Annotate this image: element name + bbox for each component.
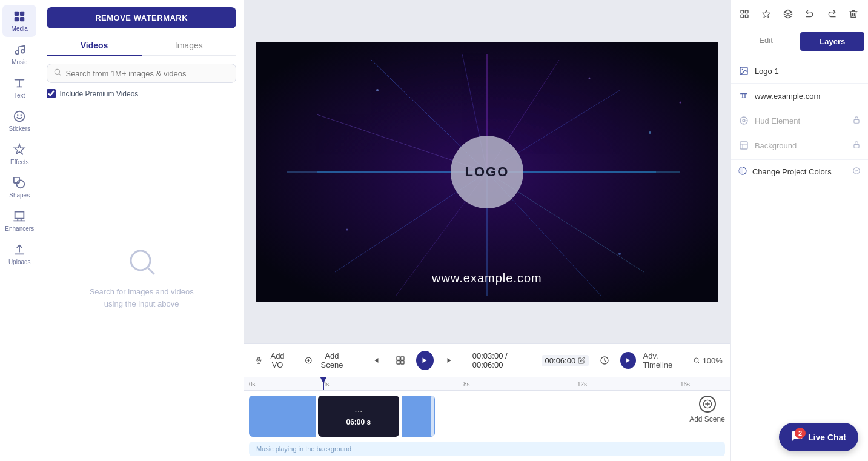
live-chat-button[interactable]: 2 Live Chat	[779, 423, 858, 451]
grid-view-button[interactable]	[735, 5, 754, 23]
right-panel-toolbar	[731, 0, 868, 28]
add-vo-label: Add VO	[265, 351, 290, 370]
add-scene-circle-icon	[699, 396, 716, 413]
mic-icon	[255, 356, 263, 365]
remove-watermark-button[interactable]: REMOVE WATERMARK	[47, 7, 236, 28]
empty-search-state: Search for images and videosusing the in…	[47, 103, 236, 454]
layer-hud-lock-icon	[852, 116, 861, 126]
layer-image-icon	[738, 65, 750, 77]
scene-view-icon	[396, 356, 405, 365]
sidebar-item-uploads[interactable]: Uploads	[2, 238, 36, 270]
svg-rect-39	[397, 361, 400, 364]
redo-icon	[827, 9, 837, 19]
sidebar-item-shapes[interactable]: Shapes	[2, 171, 36, 204]
tab-images[interactable]: Images	[142, 36, 236, 56]
layer-item-background[interactable]: Background	[731, 134, 868, 156]
layer-logo1-label: Logo 1	[755, 67, 861, 76]
svg-rect-53	[740, 142, 747, 149]
svg-rect-1	[20, 12, 24, 16]
sidebar-item-enhancers-label: Enhancers	[5, 225, 34, 232]
grid-icon	[740, 9, 749, 19]
delete-button[interactable]	[844, 5, 863, 23]
search-icon	[53, 68, 62, 79]
effects-icon	[13, 143, 26, 156]
segment-time-label: 06:00 s	[346, 418, 371, 426]
music-icon	[13, 43, 26, 56]
svg-rect-3	[20, 17, 24, 21]
duration-display[interactable]: 00:06:00	[542, 355, 589, 366]
clock-button[interactable]	[596, 353, 613, 368]
sidebar-item-enhancers[interactable]: Enhancers	[2, 205, 36, 237]
layer-item-logo1[interactable]: Logo 1	[731, 60, 868, 82]
add-scene-header-label: Add Scene	[314, 351, 349, 370]
current-time: 00:03:00	[472, 351, 503, 360]
include-premium-label: Include Premium Videos	[59, 90, 138, 98]
svg-rect-52	[854, 119, 859, 123]
svg-point-32	[346, 228, 348, 230]
tab-layers[interactable]: Layers	[800, 32, 864, 51]
color-swatch-icon	[738, 166, 747, 177]
preview-play-button[interactable]	[620, 352, 635, 369]
adv-timeline-button[interactable]: Adv. Timeline	[643, 351, 686, 370]
svg-rect-37	[397, 357, 400, 360]
tab-videos[interactable]: Videos	[47, 36, 141, 56]
ruler-mark-16s: 16s	[680, 381, 690, 388]
include-premium-container: Include Premium Videos	[47, 89, 236, 98]
play-button[interactable]	[416, 351, 434, 370]
add-vo-button[interactable]: Add VO	[251, 349, 294, 372]
skip-back-button[interactable]	[368, 353, 385, 368]
star-button[interactable]	[757, 5, 775, 23]
enhancers-icon	[13, 210, 26, 223]
tab-edit[interactable]: Edit	[734, 32, 798, 51]
skip-back-icon	[371, 356, 381, 365]
change-colors-label: Change Project Colors	[752, 167, 832, 176]
main-area: LOGO www.example.com Add VO	[244, 0, 730, 461]
svg-rect-0	[15, 12, 19, 16]
layer-divider-3	[731, 133, 868, 133]
add-scene-button[interactable]: Add Scene	[689, 396, 725, 423]
svg-point-49	[742, 69, 743, 70]
sidebar-item-text[interactable]: Text	[2, 71, 36, 104]
svg-point-9	[17, 180, 25, 188]
undo-button[interactable]	[801, 5, 819, 23]
right-panel-tabs: Edit Layers	[731, 28, 868, 55]
redo-button[interactable]	[823, 5, 841, 23]
left-panel: REMOVE WATERMARK Videos Images Include P…	[39, 0, 244, 461]
add-scene-header-button[interactable]: Add Scene	[301, 349, 353, 372]
scene-view-button[interactable]	[392, 353, 409, 368]
zoom-controls: 100%	[693, 356, 723, 365]
undo-icon	[805, 9, 815, 19]
sidebar: Media Music Text Stickers	[0, 0, 39, 461]
layer-item-url[interactable]: www.example.com	[731, 85, 868, 107]
search-input[interactable]	[65, 69, 229, 78]
segment-resize-handle[interactable]	[431, 396, 434, 437]
svg-rect-44	[741, 10, 744, 13]
skip-forward-button[interactable]	[441, 353, 458, 368]
canvas-url-text: www.example.com	[432, 271, 542, 285]
layers-view-button[interactable]	[779, 5, 797, 23]
video-segment-mid[interactable]: ··· 06:00 s	[318, 396, 399, 437]
segment-handle-dots: ···	[354, 406, 362, 417]
svg-rect-47	[745, 15, 748, 18]
sidebar-item-media-label: Media	[12, 25, 28, 32]
svg-rect-35	[258, 357, 260, 361]
canvas: LOGO www.example.com	[256, 42, 718, 302]
music-track-label: Music playing in the background	[256, 445, 351, 453]
video-segment-right[interactable]	[402, 396, 435, 437]
sidebar-item-media[interactable]: Media	[2, 5, 36, 37]
layer-item-hud[interactable]: Hud Element	[731, 110, 868, 131]
timeline-playhead[interactable]	[323, 377, 324, 390]
video-segment-left[interactable]	[249, 396, 316, 437]
change-project-colors-button[interactable]: Change Project Colors	[731, 159, 868, 184]
zoom-icon	[693, 357, 700, 364]
add-scene-track-label: Add Scene	[689, 415, 725, 423]
sidebar-item-stickers[interactable]: Stickers	[2, 105, 36, 137]
sidebar-item-music[interactable]: Music	[2, 38, 36, 70]
include-premium-checkbox[interactable]	[47, 89, 56, 98]
sidebar-item-effects[interactable]: Effects	[2, 138, 36, 170]
text-icon	[13, 76, 26, 90]
media-icon	[13, 10, 26, 23]
svg-point-8	[21, 114, 22, 116]
sidebar-item-uploads-label: Uploads	[8, 259, 31, 265]
timeline-area: Add VO Add Scene	[244, 343, 730, 461]
